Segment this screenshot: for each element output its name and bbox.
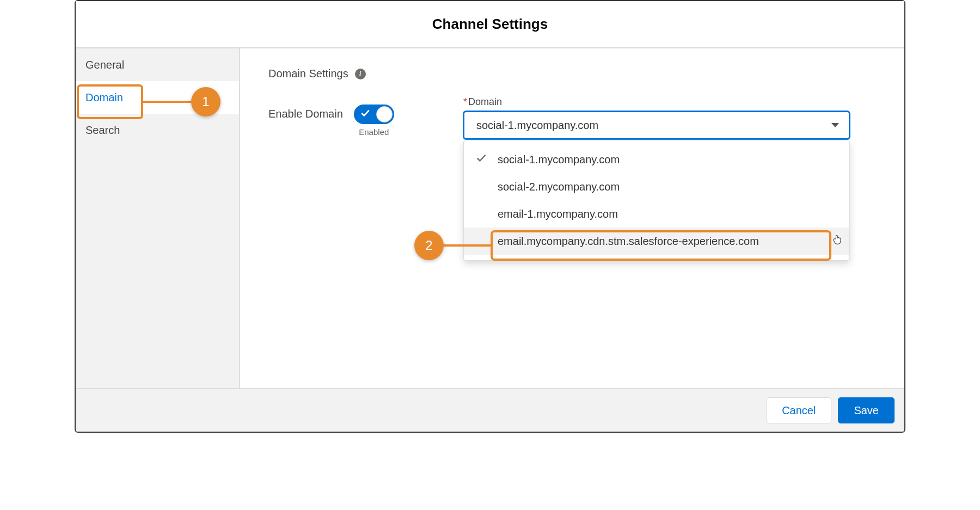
annotation-connector-line [444,244,491,247]
modal-footer: Cancel Save [76,389,904,432]
annotation-connector-line [143,101,191,103]
domain-dropdown: social-1.mycompany.com social-2.mycompan… [463,140,850,261]
domain-field-label: Domain [468,96,502,107]
domain-select[interactable]: social-1.mycompany.com [463,111,850,139]
section-title: Domain Settings [268,67,348,80]
sidebar-item-label: Search [85,124,120,137]
option-label: social-1.mycompany.com [498,153,620,166]
check-icon [476,153,487,167]
cancel-button[interactable]: Cancel [766,397,831,423]
sidebar-item-search[interactable]: Search [76,114,239,146]
hand-cursor-icon [833,235,843,248]
option-label: email.mycompany.cdn.stm.salesforce-exper… [498,235,759,248]
domain-option[interactable]: social-1.mycompany.com [464,146,849,173]
settings-modal: Channel Settings General Domain Search D… [75,0,905,433]
toggle-knob [376,106,393,122]
enable-domain-toggle[interactable] [354,105,394,124]
sidebar-item-general[interactable]: General [76,48,239,81]
enable-domain-label: Enable Domain [268,108,343,120]
annotation-marker: 1 [191,87,220,116]
domain-option[interactable]: email.mycompany.cdn.stm.salesforce-exper… [464,228,849,255]
required-indicator: * [463,96,467,107]
sidebar-item-label: Domain [85,91,123,104]
save-button[interactable]: Save [838,397,895,423]
field-label-row: *Domain [463,96,850,108]
domain-option[interactable]: email-1.mycompany.com [464,200,849,228]
domain-select-value: social-1.mycompany.com [476,119,598,132]
modal-title: Channel Settings [432,16,548,33]
toggle-status-label: Enabled [359,127,389,137]
option-label: social-2.mycompany.com [498,181,620,193]
sidebar-item-label: General [85,59,124,71]
check-icon [360,108,370,120]
chevron-down-icon [831,123,839,127]
annotation-marker: 2 [414,231,444,260]
domain-field: *Domain social-1.mycompany.com social-1.… [463,96,850,139]
toggle-wrap: Enabled [354,105,394,137]
main-panel: Domain Settings i Enable Domain Enabled [240,48,904,388]
section-title-row: Domain Settings i [268,67,876,80]
domain-option[interactable]: social-2.mycompany.com [464,173,849,200]
option-label: email-1.mycompany.com [498,208,618,220]
info-icon[interactable]: i [355,69,366,79]
modal-header: Channel Settings [76,1,904,47]
